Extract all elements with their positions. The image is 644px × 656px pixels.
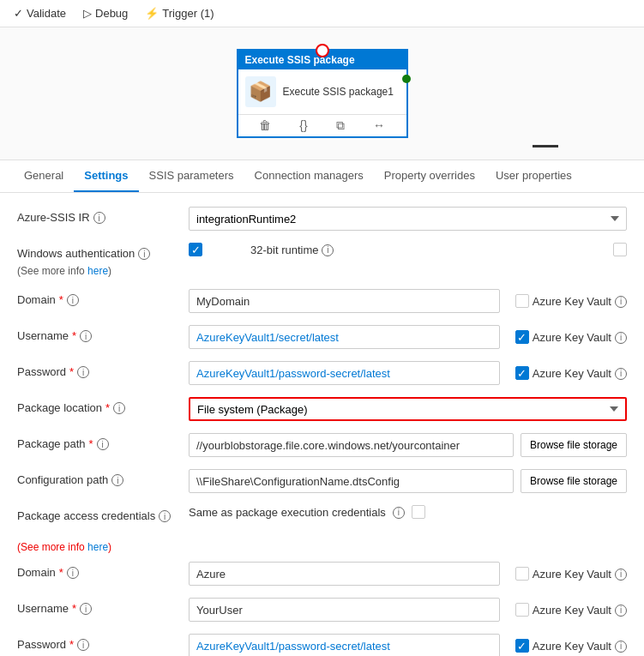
package-access-info-icon[interactable]: i xyxy=(159,510,171,522)
config-path-row: Configuration path i Browse file storage xyxy=(17,469,627,493)
tab-general[interactable]: General xyxy=(14,160,74,192)
trigger-button[interactable]: ⚡ Trigger (1) xyxy=(145,7,214,20)
password2-row: Password * i ✓ Azure Key Vault i xyxy=(17,634,627,656)
username-azure-kv-info-icon[interactable]: i xyxy=(615,332,627,344)
arrow-icon[interactable]: ↔ xyxy=(373,118,385,133)
config-path-control: Browse file storage xyxy=(189,469,627,493)
runtime-checkbox[interactable] xyxy=(613,243,627,256)
tab-property-overrides[interactable]: Property overrides xyxy=(374,160,485,192)
domain-info-icon[interactable]: i xyxy=(67,294,79,306)
password-info-icon[interactable]: i xyxy=(77,366,89,378)
runtime-info-icon[interactable]: i xyxy=(322,244,334,256)
config-path-browse-button[interactable]: Browse file storage xyxy=(521,469,627,493)
tab-settings[interactable]: Settings xyxy=(74,160,138,192)
canvas-area: Execute SSIS package 📦 Execute SSIS pack… xyxy=(0,27,644,160)
toolbar: ✓ Validate ▷ Debug ⚡ Trigger (1) xyxy=(0,0,644,27)
domain-label: Domain * i xyxy=(17,289,189,306)
azure-ssis-ir-info-icon[interactable]: i xyxy=(93,212,105,224)
username-input[interactable] xyxy=(189,325,500,349)
validate-icon: ✓ xyxy=(14,7,23,20)
domain2-azure-kv-checkbox[interactable] xyxy=(515,567,529,581)
package-location-info-icon[interactable]: i xyxy=(113,402,125,414)
config-path-input[interactable] xyxy=(189,469,514,493)
config-path-info-icon[interactable]: i xyxy=(111,474,123,486)
password-azure-kv-checkbox[interactable]: ✓ xyxy=(515,366,529,380)
node-body: 📦 Execute SSIS package1 xyxy=(238,69,406,114)
username-info-icon[interactable]: i xyxy=(80,330,92,342)
package-path-info-icon[interactable]: i xyxy=(97,438,109,450)
azure-ssis-ir-label: Azure-SSIS IR i xyxy=(17,207,189,224)
password2-control: ✓ Azure Key Vault i xyxy=(189,634,627,656)
pipeline-node[interactable]: Execute SSIS package 📦 Execute SSIS pack… xyxy=(237,49,408,138)
delete-icon[interactable]: 🗑 xyxy=(259,118,271,133)
username-azure-kv-checkbox[interactable]: ✓ xyxy=(515,330,529,344)
username2-azure-kv-checkbox[interactable] xyxy=(515,603,529,617)
tab-user-properties[interactable]: User properties xyxy=(485,160,582,192)
domain2-info-icon[interactable]: i xyxy=(67,567,79,579)
domain2-azure-kv-info-icon[interactable]: i xyxy=(615,569,627,581)
validate-button[interactable]: ✓ Validate xyxy=(14,7,66,20)
domain2-input[interactable] xyxy=(189,562,500,586)
node-green-dot xyxy=(402,75,411,83)
username2-azure-kv-info-icon[interactable]: i xyxy=(615,605,627,617)
windows-auth-label: Windows authentication i (See more info … xyxy=(17,243,189,277)
username2-label: Username * i xyxy=(17,598,189,615)
node-circle-top xyxy=(316,44,329,57)
username2-control: Azure Key Vault i xyxy=(189,598,627,622)
package-path-label: Package path * i xyxy=(17,433,189,450)
username2-row: Username * i Azure Key Vault i xyxy=(17,598,627,622)
azure-ssis-ir-select[interactable]: integrationRuntime2 xyxy=(189,207,627,231)
package-access-row: Package access credentials i Same as pac… xyxy=(17,505,627,529)
password-input[interactable] xyxy=(189,361,500,385)
package-access-checkbox[interactable] xyxy=(412,505,425,519)
password-azure-kv-info-icon[interactable]: i xyxy=(615,368,627,380)
code-icon[interactable]: {} xyxy=(299,118,307,133)
package-location-row: Package location * i File system (Packag… xyxy=(17,397,627,421)
tab-connection-managers[interactable]: Connection managers xyxy=(244,160,374,192)
domain-azure-kv: Azure Key Vault i xyxy=(515,294,627,308)
domain2-control: Azure Key Vault i xyxy=(189,562,627,586)
domain2-azure-kv: Azure Key Vault i xyxy=(515,567,627,581)
password2-azure-kv-info-icon[interactable]: i xyxy=(615,641,627,653)
password2-info-icon[interactable]: i xyxy=(77,639,89,651)
see-more-link[interactable]: here xyxy=(87,541,108,553)
username2-azure-kv: Azure Key Vault i xyxy=(515,603,627,617)
domain2-label: Domain * i xyxy=(17,562,189,579)
username2-info-icon[interactable]: i xyxy=(80,603,92,615)
windows-auth-sub-label: (See more info here) xyxy=(17,263,111,277)
tab-ssis-parameters[interactable]: SSIS parameters xyxy=(139,160,244,192)
package-path-browse-button[interactable]: Browse file storage xyxy=(521,433,627,457)
see-more-note: (See more info here) xyxy=(17,541,627,553)
canvas-line xyxy=(533,145,558,147)
windows-auth-link[interactable]: here xyxy=(87,265,108,277)
node-footer: 🗑 {} ⧉ ↔ xyxy=(238,114,406,136)
tabs: General Settings SSIS parameters Connect… xyxy=(0,160,644,193)
package-location-label: Package location * i xyxy=(17,397,189,414)
settings-form: Azure-SSIS IR i integrationRuntime2 Wind… xyxy=(0,193,644,656)
password2-input[interactable] xyxy=(189,634,500,656)
username-control: ✓ Azure Key Vault i xyxy=(189,325,627,349)
package-access-label: Package access credentials i xyxy=(17,505,189,522)
username2-input[interactable] xyxy=(189,598,500,622)
package-access-val-info-icon[interactable]: i xyxy=(393,507,405,519)
domain-control: Azure Key Vault i xyxy=(189,289,627,313)
domain-azure-kv-checkbox[interactable] xyxy=(515,294,529,308)
copy-icon[interactable]: ⧉ xyxy=(336,118,345,133)
windows-auth-checkbox[interactable]: ✓ xyxy=(189,243,202,256)
domain2-row: Domain * i Azure Key Vault i xyxy=(17,562,627,586)
azure-ssis-ir-control: integrationRuntime2 xyxy=(189,207,627,231)
password2-azure-kv-checkbox[interactable]: ✓ xyxy=(515,639,529,653)
debug-button[interactable]: ▷ Debug xyxy=(83,7,128,20)
password-label: Password * i xyxy=(17,361,189,378)
package-path-input[interactable] xyxy=(189,433,514,457)
username-azure-kv: ✓ Azure Key Vault i xyxy=(515,330,627,344)
domain-azure-kv-info-icon[interactable]: i xyxy=(615,296,627,308)
password2-azure-kv: ✓ Azure Key Vault i xyxy=(515,639,627,653)
domain-input[interactable] xyxy=(189,289,500,313)
package-location-select[interactable]: File system (Package) xyxy=(189,397,627,421)
windows-auth-info-icon[interactable]: i xyxy=(138,248,150,260)
package-location-control: File system (Package) xyxy=(189,397,627,421)
username-label: Username * i xyxy=(17,325,189,342)
password-azure-kv: ✓ Azure Key Vault i xyxy=(515,366,627,380)
package-path-row: Package path * i Browse file storage xyxy=(17,433,627,457)
